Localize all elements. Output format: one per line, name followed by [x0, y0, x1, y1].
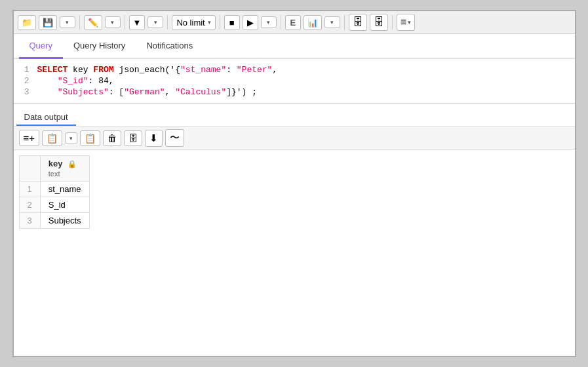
col-header-rownum: [19, 156, 40, 182]
table-row: 2S_id: [19, 197, 89, 213]
line-number-2: 2: [14, 76, 37, 86]
chevron-down-icon-7: ▾: [408, 19, 411, 26]
run-icon: ▶: [247, 18, 254, 28]
db-conn-icon: 🗄: [353, 16, 363, 28]
col-key-type: text: [49, 170, 60, 178]
trash-icon: 🗑: [108, 133, 117, 144]
save-dropdown-button[interactable]: ▾: [60, 16, 75, 28]
chevron-down-icon-6: ▾: [330, 19, 334, 26]
sql-editor[interactable]: 1 SELECT key FROM json_each('{"st_name":…: [14, 59, 575, 104]
separator-6: [344, 15, 345, 29]
chevron-down-icon-3: ▾: [154, 19, 157, 26]
paste-icon: 📋: [85, 133, 96, 144]
db2-button[interactable]: 🗄: [370, 14, 388, 31]
main-window: 📁 💾 ▾ ✏️ ▾ ▼ ▾ No limit ▾ ■: [12, 10, 576, 357]
filter-dropdown-button[interactable]: ▾: [147, 16, 163, 28]
chevron-down-icon-5: ▾: [267, 19, 270, 26]
separator-7: [392, 15, 393, 29]
table-row: 1st_name: [19, 182, 89, 197]
limit-dropdown[interactable]: No limit ▾: [172, 15, 215, 30]
db-save-icon: 🗄: [128, 133, 138, 144]
save-icon: 💾: [43, 18, 53, 28]
row-number: 1: [19, 182, 40, 197]
result-table-wrapper: key 🔒 text 1st_name2S_id3Subjects: [14, 150, 575, 234]
download-button[interactable]: ⬇: [145, 130, 163, 147]
separator-3: [167, 15, 168, 29]
tab-query-history[interactable]: Query History: [63, 34, 136, 59]
copy-dropdown-button[interactable]: ▾: [65, 132, 77, 144]
download-icon: ⬇: [149, 132, 158, 144]
chevron-down-icon-4: ▾: [208, 19, 211, 26]
data-output-section: Data output: [14, 104, 575, 126]
tabs-bar: Query Query History Notifications: [14, 34, 575, 59]
separator-1: [79, 15, 80, 29]
folder-button[interactable]: 📁: [18, 15, 36, 30]
edit-dropdown-button[interactable]: ▾: [105, 16, 121, 28]
lock-icon: 🔒: [68, 160, 77, 168]
menu-button[interactable]: ≡ ▾: [397, 14, 415, 31]
row-key: st_name: [40, 182, 89, 197]
table-row: 3Subjects: [19, 213, 89, 229]
save-button[interactable]: 💾: [39, 15, 57, 30]
db-save-button[interactable]: 🗄: [124, 130, 142, 146]
hamburger-icon: ≡: [401, 16, 406, 28]
line-number-1: 1: [14, 65, 37, 75]
graph-button[interactable]: 〜: [165, 129, 184, 147]
chart-button[interactable]: 📊: [304, 15, 322, 30]
tab-notifications[interactable]: Notifications: [136, 34, 203, 59]
stop-icon: ■: [229, 18, 235, 28]
edit-button[interactable]: ✏️: [84, 15, 102, 30]
db2-icon: 🗄: [374, 16, 384, 28]
data-output-label: Data output: [16, 107, 76, 126]
folder-icon: 📁: [22, 18, 32, 28]
row-number: 3: [19, 213, 40, 229]
result-table: key 🔒 text 1st_name2S_id3Subjects: [19, 155, 90, 229]
run-button[interactable]: ▶: [243, 15, 258, 30]
chart-dropdown-button[interactable]: ▾: [324, 16, 340, 28]
filter-button[interactable]: ▼: [129, 15, 146, 30]
col-header-key: key 🔒 text: [40, 156, 89, 182]
data-toolbar: ≡+ 📋 ▾ 📋 🗑 🗄 ⬇ 〜: [14, 126, 575, 150]
chevron-down-icon-8: ▾: [69, 135, 73, 142]
explain-button[interactable]: E: [285, 15, 301, 30]
limit-label: No limit: [176, 18, 205, 28]
run-dropdown-button[interactable]: ▾: [261, 16, 277, 28]
col-key-label: key: [49, 159, 63, 168]
line-number-3: 3: [14, 87, 37, 97]
toolbar: 📁 💾 ▾ ✏️ ▾ ▼ ▾ No limit ▾ ■: [14, 11, 575, 34]
code-content-2: "S_id": 84,: [37, 76, 114, 86]
db-conn-button[interactable]: 🗄: [349, 14, 367, 31]
chevron-down-icon-2: ▾: [111, 19, 114, 26]
data-output-label-row: Data output: [14, 104, 575, 126]
code-content-1: SELECT key FROM json_each('{"st_name": "…: [37, 65, 278, 75]
paste-button[interactable]: 📋: [80, 130, 100, 146]
pencil-icon: ✏️: [88, 18, 98, 28]
copy-button[interactable]: 📋: [42, 130, 62, 146]
separator-5: [281, 15, 281, 29]
copy-icon: 📋: [47, 133, 58, 144]
add-row-button[interactable]: ≡+: [19, 130, 40, 146]
code-line-1: 1 SELECT key FROM json_each('{"st_name":…: [14, 64, 575, 75]
stop-button[interactable]: ■: [224, 15, 240, 30]
row-number: 2: [19, 197, 40, 213]
separator-4: [220, 15, 220, 29]
code-line-3: 3 "Subjects": ["German", "Calculus"]}') …: [14, 87, 575, 98]
explain-icon: E: [290, 18, 296, 28]
tab-query[interactable]: Query: [19, 34, 63, 59]
chart-icon: 📊: [307, 18, 318, 28]
row-key: Subjects: [40, 213, 89, 229]
delete-button[interactable]: 🗑: [103, 130, 121, 146]
separator-2: [125, 15, 125, 29]
row-key: S_id: [40, 197, 89, 213]
filter-icon: ▼: [133, 18, 142, 28]
chevron-down-icon: ▾: [66, 19, 69, 26]
code-line-2: 2 "S_id": 84,: [14, 75, 575, 87]
code-content-3: "Subjects": ["German", "Calculus"]}') ;: [37, 87, 258, 97]
